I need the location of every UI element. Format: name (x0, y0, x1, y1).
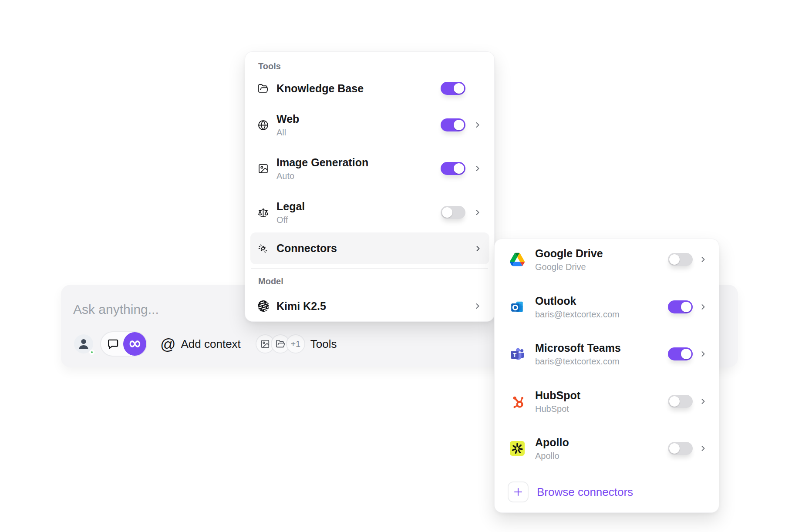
chevron-right-icon[interactable] (700, 350, 707, 357)
connector-row-apollo[interactable]: Apollo Apollo (495, 434, 719, 462)
menu-item-knowledge-base[interactable]: Knowledge Base (245, 79, 494, 98)
chevron-right-icon[interactable] (474, 209, 481, 216)
tools-button-label: Tools (310, 337, 337, 351)
menu-item-web[interactable]: Web All (245, 109, 494, 141)
model-name: Kimi K2.5 (276, 300, 326, 313)
outlook-logo (510, 300, 525, 314)
menu-item-image-generation[interactable]: Image Generation Auto (245, 153, 494, 184)
knowledge-base-toggle[interactable] (441, 82, 465, 95)
menu-item-label: Image Generation (276, 156, 368, 169)
person-icon (77, 337, 90, 350)
menu-item-value: All (276, 128, 299, 137)
chevron-right-icon[interactable] (474, 121, 481, 128)
globe-icon (257, 119, 269, 131)
at-icon: @ (160, 337, 176, 352)
chevron-right-icon[interactable] (474, 165, 481, 172)
google-drive-logo (510, 252, 525, 267)
connector-row-google-drive[interactable]: Google Drive Google Drive (495, 246, 719, 273)
composer-toolbar: ∞ @ Add context +1 Tools (74, 331, 337, 357)
connector-detail: baris@textcortex.com (535, 310, 620, 319)
menu-item-label: Knowledge Base (276, 82, 364, 95)
connector-detail: Google Drive (535, 262, 603, 272)
connector-row-microsoft-teams[interactable]: T Microsoft Teams baris@textcortex.com (495, 340, 719, 368)
microsoft-teams-logo: T (510, 347, 525, 361)
connector-detail: Apollo (535, 451, 569, 461)
menu-item-legal[interactable]: Legal Off (245, 197, 494, 228)
chevron-right-icon[interactable] (475, 245, 482, 252)
online-status-dot (89, 350, 94, 355)
folder-open-icon (276, 339, 285, 349)
chat-bubble-icon[interactable] (107, 337, 119, 350)
chevron-right-icon[interactable] (700, 445, 707, 452)
add-context-label: Add context (181, 337, 241, 351)
plug-spark-icon (257, 243, 269, 254)
hubspot-logo (510, 394, 525, 409)
infinity-mode-button[interactable]: ∞ (123, 332, 146, 356)
composer-placeholder[interactable]: Ask anything... (73, 302, 159, 317)
browse-connectors-button[interactable]: Browse connectors (508, 481, 633, 502)
more-tools-badge[interactable]: +1 (286, 334, 305, 354)
connector-name: Outlook (535, 295, 620, 307)
connector-name: HubSpot (535, 389, 580, 402)
folder-open-icon (257, 83, 269, 94)
microsoft-teams-toggle[interactable] (668, 347, 693, 360)
model-section-label: Model (258, 276, 283, 286)
connector-detail: HubSpot (535, 404, 580, 414)
image-icon (260, 339, 270, 349)
avatar[interactable] (74, 334, 93, 354)
menu-item-label: Web (276, 113, 299, 125)
legal-toggle[interactable] (441, 206, 465, 219)
mode-toggle-pill[interactable]: ∞ (100, 331, 147, 357)
connector-detail: baris@textcortex.com (535, 357, 621, 366)
chevron-right-icon[interactable] (700, 398, 707, 405)
hubspot-toggle[interactable] (668, 395, 693, 408)
add-context-button[interactable]: @ Add context (160, 337, 241, 352)
connectors-menu: Google Drive Google Drive Outlook baris@… (494, 239, 719, 513)
menu-item-value: Off (276, 215, 305, 225)
menu-item-connectors[interactable]: Connectors (250, 232, 489, 264)
chevron-right-icon[interactable] (700, 256, 707, 263)
menu-divider (251, 268, 488, 269)
apollo-logo (510, 441, 525, 456)
outlook-toggle[interactable] (668, 300, 693, 313)
connector-name: Microsoft Teams (535, 342, 621, 354)
menu-item-model[interactable]: Kimi K2.5 (245, 296, 494, 316)
chevron-right-icon[interactable] (700, 303, 707, 310)
tools-button[interactable]: +1 Tools (256, 334, 337, 354)
connector-row-outlook[interactable]: Outlook baris@textcortex.com (495, 293, 719, 321)
tools-section-label: Tools (258, 61, 281, 71)
connector-row-hubspot[interactable]: HubSpot HubSpot (495, 387, 719, 415)
tools-menu: Tools Knowledge Base Web All (245, 51, 495, 322)
web-toggle[interactable] (441, 118, 465, 131)
infinity-icon: ∞ (128, 335, 142, 351)
menu-item-label: Legal (276, 200, 305, 213)
scales-icon (257, 207, 269, 218)
svg-text:T: T (513, 352, 516, 358)
connector-name: Google Drive (535, 247, 603, 260)
menu-item-value: Auto (276, 171, 368, 181)
google-drive-toggle[interactable] (668, 253, 693, 266)
image-icon (257, 163, 269, 174)
plus-icon[interactable] (508, 481, 529, 502)
kimi-logo (257, 300, 270, 312)
apollo-toggle[interactable] (668, 442, 693, 455)
image-generation-toggle[interactable] (441, 162, 465, 175)
chevron-right-icon[interactable] (474, 303, 481, 310)
menu-item-label: Connectors (276, 242, 337, 255)
browse-connectors-label: Browse connectors (537, 485, 633, 499)
connector-name: Apollo (535, 436, 569, 449)
